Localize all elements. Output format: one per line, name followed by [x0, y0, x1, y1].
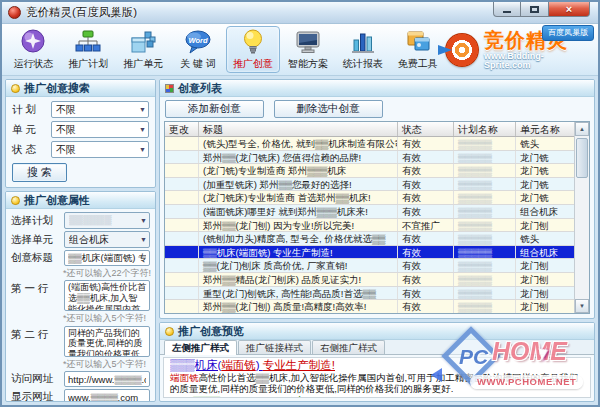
maximize-button[interactable] [521, 2, 548, 17]
search-button[interactable]: 搜 索 [12, 163, 67, 182]
visit-url-label: 访问网址 [11, 372, 59, 386]
column-header-title[interactable]: 标题 [199, 122, 398, 136]
toolbar-button-promo-plan[interactable]: 推广计划 [61, 26, 116, 73]
table-row[interactable]: (铣头)型号全, 价格优, 就到▒▒机床制造有限公司有效▒▒▒▒▒铣头 [165, 137, 574, 151]
table-cell: 龙门刨 [516, 219, 574, 232]
ad-text: ▒▒▒机床( [170, 359, 221, 371]
arrow-left-icon [431, 368, 442, 382]
app-icon [8, 6, 21, 19]
column-header-status[interactable]: 状态 [398, 122, 454, 136]
table-cell: ▒▒▒▒▒ [454, 191, 516, 204]
chevron-down-icon: ▼ [139, 106, 146, 113]
unit-cubes-icon [129, 28, 157, 56]
table-row[interactable]: (加重型铣床) 郑州▒▒您最好的选择!有效▒▒▒▒▒龙门铣 [165, 178, 574, 192]
column-header-unit[interactable]: 单元名称 [516, 122, 574, 136]
brand-logo: 竞价精灵 www.Bidding-Sprite.com 百度凤巢版 [445, 26, 594, 73]
column-header-plan[interactable]: 计划名称 [454, 122, 516, 136]
table-cell: 有效 [398, 151, 454, 164]
unit-filter-value: 不限 [56, 123, 139, 137]
table-row[interactable]: (端面铣床)哪里好 就到郑州▒▒▒机床来!有效▒▒▒▒▒组合机床 [165, 205, 574, 219]
creative-search-header: 推广创意搜索 [6, 80, 155, 97]
delete-creative-button[interactable]: 删除选中创意 [274, 100, 383, 118]
unit-filter-label: 单 元 [12, 123, 46, 137]
select-unit-dropdown[interactable]: 组合机床 ▼ [64, 231, 150, 248]
toolbar-button-free-tools[interactable]: 免费工具 [390, 26, 445, 73]
tab-link-promo-style[interactable]: 推广链接样式 [238, 340, 311, 354]
creative-title-input[interactable] [64, 250, 150, 266]
column-header-change[interactable]: 更改 [165, 122, 199, 136]
add-creative-button[interactable]: 添加新创意 [165, 100, 264, 118]
table-cell [165, 178, 199, 191]
table-cell: 龙门刨 [516, 273, 574, 286]
panel-title: 推广创意属性 [24, 193, 90, 208]
table-row[interactable]: 郑州▒▒(龙门刨) 高质量!高精度!高效率!有效▒▒▒▒▒龙门刨 [165, 300, 574, 313]
table-row[interactable]: ▒▒机床(端面铣) 专业生产制造!有效▒▒▒▒▒组合机床 [165, 246, 574, 260]
tab-right-promo-style[interactable]: 右侧推广样式 [312, 340, 385, 354]
table-cell: ▒▒▒▒▒ [454, 205, 516, 218]
line1-label: 第 一 行 [11, 282, 59, 296]
line2-textarea[interactable]: 同样的产品我们的质量更优,同样的质量我们的价格更低,同样的价格我们的服务更好. [64, 326, 150, 357]
toolbar-button-keywords[interactable]: Word 关 键 词 [171, 26, 226, 73]
bulb-icon [165, 327, 174, 336]
unit-filter-dropdown[interactable]: 不限 ▼ [51, 121, 149, 138]
table-cell: 有效 [398, 191, 454, 204]
select-plan-dropdown[interactable]: ▒▒▒▒▒▒ ▼ [64, 212, 150, 229]
plan-orgchart-icon [74, 28, 102, 56]
toolbar-button-promo-creative[interactable]: 推广创意 [226, 26, 281, 73]
ad-highlight-text: 端面铣 [170, 372, 199, 383]
table-row[interactable]: (龙门铣床)专业制造商 首选郑州▒▒机床!有效▒▒▒▒▒龙门铣 [165, 191, 574, 205]
panel-title: 创意列表 [178, 81, 222, 96]
chevron-down-icon: ▼ [140, 217, 147, 224]
toolbar-label: 统计报表 [343, 57, 383, 71]
tools-windows-icon [404, 28, 432, 56]
minimize-icon [503, 11, 511, 13]
plan-filter-value: 不限 [56, 103, 139, 117]
select-plan-label: 选择计划 [11, 214, 59, 228]
display-url-input[interactable] [64, 389, 150, 401]
visit-url-input[interactable] [64, 371, 150, 387]
creative-preview-panel: 推广创意预览 左侧推广样式 推广链接样式 右侧推广样式 ▒▒▒机床(端面铣) 专… [159, 322, 595, 402]
creative-preview-header: 推广创意预览 [160, 323, 594, 340]
table-row[interactable]: (龙门铣)专业制造商 郑州▒▒▒机床有效▒▒▒▒▒龙门铣 [165, 164, 574, 178]
table-row[interactable]: 郑州▒▒(龙门刨) 因为专业!所以完美!不宜推广▒▒▒▒▒龙门刨 [165, 219, 574, 233]
creative-list-header: 创意列表 [160, 80, 594, 97]
grid-icon [165, 84, 174, 93]
toolbar-button-smart-plan[interactable]: 智能方案 [280, 26, 335, 73]
close-button[interactable]: × [548, 2, 590, 17]
ad-preview-box: ▒▒▒机床(端面铣) 专业生产制造! 端面铣高性价比首选▒▒机床,加入智能化操作… [163, 357, 591, 398]
creative-props-panel: 推广创意属性 选择计划 ▒▒▒▒▒▒ ▼ 选择单元 组合机床 [5, 191, 156, 402]
table-cell: 龙门铣 [516, 151, 574, 164]
table-row[interactable]: 郑州▒▒精品(龙门刨床) 品质见证实力!有效▒▒▒▒▒龙门刨 [165, 273, 574, 287]
target-dart-icon [445, 33, 479, 67]
panel-title: 推广创意预览 [178, 324, 244, 339]
table-cell: ▒▒(龙门)刨床 质高价优, 厂家直销! [199, 259, 398, 272]
line2-label: 第 二 行 [11, 328, 59, 342]
table-cell [165, 151, 199, 164]
table-row[interactable]: 重型(龙门)刨铣床, 高性能!高品质!首选▒▒有效▒▒▒▒▒龙门刨 [165, 287, 574, 301]
toolbar-button-report[interactable]: 统计报表 [335, 26, 390, 73]
scrollbar-thumb[interactable] [576, 138, 588, 178]
toolbar-button-run-status[interactable]: 运行状态 [6, 26, 61, 73]
table-row[interactable]: 郑州▒▒(龙门铣床) 您值得信赖的品牌!有效▒▒▒▒▒龙门铣 [165, 151, 574, 165]
scroll-down-button[interactable]: ▼ [575, 299, 589, 313]
table-row[interactable]: (铣刨加力头)精度高, 型号全, 价格优就选▒▒有效▒▒▒▒▒铣头 [165, 232, 574, 246]
toolbar: 运行状态 推广计划 推广单元 [2, 24, 598, 76]
minimize-button[interactable] [493, 2, 521, 17]
table-row[interactable]: ▒▒(龙门)刨床 质高价优, 厂家直销!有效▒▒▒▒▒龙门刨 [165, 259, 574, 273]
table-cell: 有效 [398, 246, 454, 259]
select-unit-value: 组合机床 [69, 233, 140, 247]
line1-hint: *还可以输入5个字符! [11, 313, 150, 323]
table-cell [165, 287, 199, 300]
tab-left-promo-style[interactable]: 左侧推广样式 [164, 340, 237, 355]
table-cell [165, 259, 199, 272]
table-cell: 龙门铣 [516, 191, 574, 204]
line1-textarea[interactable]: (端面铣)高性价比首选▒▒机床,加入智能化操作属国内首创,可用于加工精密台阶沟槽 [64, 280, 150, 311]
toolbar-button-promo-unit[interactable]: 推广单元 [116, 26, 171, 73]
scroll-up-button[interactable]: ▲ [575, 122, 589, 136]
status-filter-dropdown[interactable]: 不限 ▼ [51, 141, 149, 158]
plan-filter-dropdown[interactable]: 不限 ▼ [51, 101, 149, 118]
table-cell: (加重型铣床) 郑州▒▒您最好的选择! [199, 178, 398, 191]
table-cell [165, 273, 199, 286]
table-cell: ▒▒▒▒▒ [454, 232, 516, 245]
creative-list-panel: 创意列表 添加新创意 删除选中创意 更改 标题 状态 计划名称 单元名称 (铣头… [159, 79, 595, 319]
